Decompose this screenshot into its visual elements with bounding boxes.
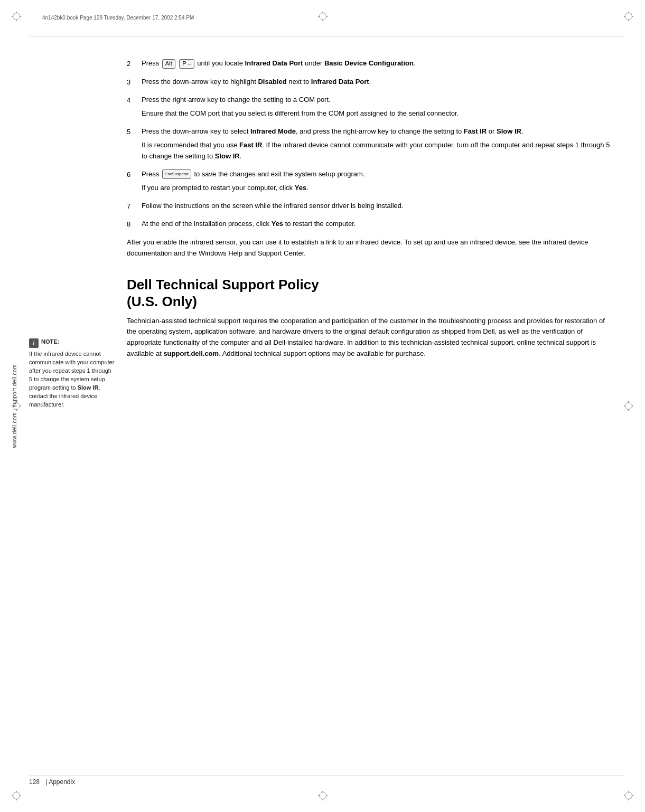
step-num-8: 8 — [127, 219, 142, 230]
section-url: support.dell.com — [163, 350, 219, 357]
list-item-7: 7 Follow the instructions on the screen … — [127, 201, 616, 212]
step2-after-keys: until you locate — [197, 59, 245, 67]
step-num-7: 7 — [127, 201, 142, 212]
list-item-5: 5 Press the down-arrow key to select Inf… — [127, 126, 616, 161]
page-section: | Appendix — [44, 778, 75, 786]
note-icon: i — [29, 338, 39, 348]
list-item-6: 6 Press EscSuspend to save the changes a… — [127, 169, 616, 193]
sidebar-text: www.dell.com | support.dell.com — [12, 364, 17, 448]
corner-mark-bm — [318, 791, 328, 800]
step4-sub: Ensure that the COM port that you select… — [142, 108, 616, 119]
list-item-3: 3 Press the down-arrow key to highlight … — [127, 77, 616, 88]
step-content-5: Press the down-arrow key to select Infra… — [142, 126, 616, 161]
step-num-3: 3 — [127, 77, 142, 88]
corner-mark-tr — [624, 12, 633, 21]
list-item-4: 4 Press the right-arrow key to change th… — [127, 95, 616, 119]
note-box: i NOTE: If the infrared device cannot co… — [29, 338, 116, 409]
bottom-bar: 128 | Appendix — [29, 778, 624, 786]
step-content-6: Press EscSuspend to save the changes and… — [142, 169, 616, 193]
corner-mark-mr — [624, 401, 633, 411]
key-alt: Alt — [162, 59, 175, 69]
step-content-2: Press Alt P – until you locate Infrared … — [142, 58, 616, 69]
note-label: NOTE: — [41, 338, 59, 346]
step-num-5: 5 — [127, 126, 142, 161]
sidebar: www.dell.com | support.dell.com — [0, 0, 29, 812]
list-item-2: 2 Press Alt P – until you locate Infrare… — [127, 58, 616, 69]
corner-mark-tm — [318, 12, 328, 21]
section-body: Technician-assisted technical support re… — [127, 316, 616, 360]
step-num-4: 4 — [127, 95, 142, 119]
step2-bold2: Basic Device Configuration — [324, 59, 414, 67]
section-heading: Dell Technical Support Policy (U.S. Only… — [127, 276, 616, 310]
note-text: If the infrared device cannot communicat… — [29, 350, 116, 409]
step-num-2: 2 — [127, 58, 142, 69]
step-num-6: 6 — [127, 169, 142, 193]
step6-sub: If you are prompted to restart your comp… — [142, 183, 616, 193]
step-content-7: Follow the instructions on the screen wh… — [142, 201, 616, 212]
page-number: 128 — [29, 778, 40, 786]
step2-bold1: Infrared Data Port — [245, 59, 303, 67]
step5-sub: It is recommended that you use Fast IR. … — [142, 140, 616, 161]
key-esc: EscSuspend — [162, 169, 191, 179]
step2-press: Press — [142, 59, 159, 67]
step-content-3: Press the down-arrow key to highlight Di… — [142, 77, 616, 88]
bottom-rule — [29, 776, 624, 776]
step-content-8: At the end of the installation process, … — [142, 219, 616, 230]
top-rule — [29, 36, 624, 36]
list-item-8: 8 At the end of the installation process… — [127, 219, 616, 230]
corner-mark-br — [624, 791, 633, 800]
key-p: P – — [179, 59, 194, 69]
after-steps-paragraph: After you enable the infrared sensor, yo… — [127, 237, 616, 259]
step-content-4: Press the right-arrow key to change the … — [142, 95, 616, 119]
file-label: 4n142bk0.book Page 128 Tuesday, December… — [42, 15, 194, 21]
main-content: 2 Press Alt P – until you locate Infrare… — [127, 58, 616, 770]
note-header: i NOTE: — [29, 338, 116, 348]
